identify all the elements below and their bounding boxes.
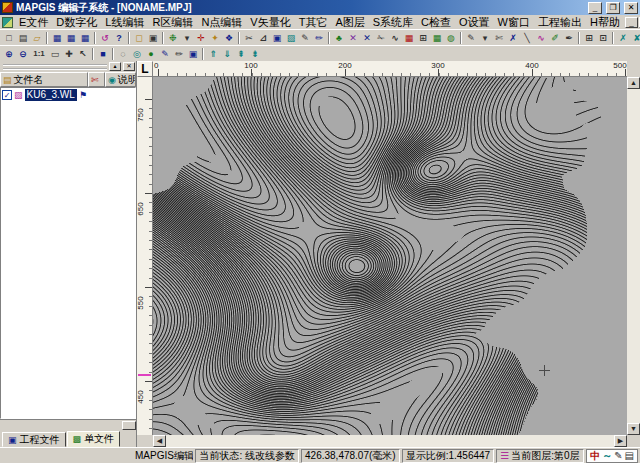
curve-2-button[interactable]: ∿ <box>534 31 548 45</box>
grid-a-button[interactable]: ⊞ <box>582 31 596 45</box>
horizontal-scrollbar[interactable]: ◀ ▶ <box>153 435 627 447</box>
menu-point-edit[interactable]: N点编辑 <box>197 15 246 30</box>
grid-green-button[interactable]: ▦ <box>430 31 444 45</box>
node-edit-button[interactable]: ✛ <box>194 31 208 45</box>
vectorize-mode-button[interactable]: ▣ <box>186 47 200 61</box>
smooth-line-button[interactable]: ∿ <box>388 31 402 45</box>
ime-pen-icon[interactable]: ✎ <box>614 450 622 461</box>
area-fill-button[interactable]: ✦ <box>208 31 222 45</box>
line-up-button[interactable]: ⇑ <box>206 47 220 61</box>
grid-b-button[interactable]: ⊡ <box>596 31 610 45</box>
new-page-button[interactable]: ▤ <box>16 31 30 45</box>
cut-button[interactable]: ✂ <box>242 31 256 45</box>
print-button[interactable]: ▣ <box>146 31 160 45</box>
scroll-left-button[interactable]: ◀ <box>153 435 166 447</box>
pen-dark-button[interactable]: ✒ <box>562 31 576 45</box>
paste-button[interactable]: ▣ <box>270 31 284 45</box>
grid-red-button[interactable]: ▦ <box>402 31 416 45</box>
tab-project-files[interactable]: ▣ 工程文件 <box>2 432 66 447</box>
ime-shape-icon[interactable]: ～ <box>602 449 612 463</box>
menu-project-output[interactable]: 工程输出 <box>534 15 586 30</box>
delete-x1-button[interactable]: ✗ <box>616 31 630 45</box>
zoom-1-1-button[interactable]: 1:1 <box>30 47 48 61</box>
column-description[interactable]: ◉ 说明 <box>105 72 136 87</box>
panel-grip[interactable]: ▴ ✕ <box>0 61 136 72</box>
open-button[interactable]: ▱ <box>30 31 44 45</box>
image-button[interactable]: ▨ <box>284 31 298 45</box>
help-pointer-button[interactable]: ? <box>112 31 126 45</box>
ime-language-icon[interactable]: 中 <box>590 449 600 463</box>
restore-button[interactable]: ❐ <box>606 2 620 14</box>
ime-bar[interactable]: 中 ～ ✎ ▤ <box>586 449 638 463</box>
panel-close-button[interactable]: ✕ <box>123 62 135 71</box>
line-bottom-button[interactable]: ⇟ <box>248 47 262 61</box>
file-name[interactable]: KU6_3.WL <box>25 89 77 101</box>
split-line-button[interactable]: ╲ <box>520 31 534 45</box>
vertical-scrollbar[interactable]: ▲ ▼ <box>627 77 640 435</box>
delete-node-button[interactable]: ✕ <box>360 31 374 45</box>
scroll-up-button[interactable]: ▲ <box>627 77 640 89</box>
slant-text-button[interactable]: ⊿ <box>256 31 270 45</box>
select-button[interactable]: ↖ <box>76 47 90 61</box>
ruler-corner-button[interactable]: L <box>137 61 153 77</box>
file-row[interactable]: ✓ ▨ KU6_3.WL ⚑ <box>1 88 135 102</box>
snip-button[interactable]: ✄ <box>492 31 506 45</box>
menu-window[interactable]: W窗口 <box>494 15 534 30</box>
print-preview-button[interactable]: ◻ <box>132 31 146 45</box>
menu-check[interactable]: C检查 <box>417 15 455 30</box>
pan-button[interactable]: ✚ <box>62 47 76 61</box>
new-button[interactable]: □ <box>2 31 16 45</box>
point-tool-button[interactable]: ❉ <box>166 31 180 45</box>
document-icon[interactable] <box>2 17 13 28</box>
grid-pen-button[interactable]: ⊞ <box>416 31 430 45</box>
vectorize-open-button[interactable]: ◌ <box>116 47 130 61</box>
menu-digitize[interactable]: D数字化 <box>52 15 101 30</box>
panel-scrollbar[interactable] <box>0 419 136 430</box>
symbol-button[interactable]: ❖ <box>222 31 236 45</box>
column-edit-flag[interactable]: ✄ <box>88 72 105 87</box>
pen-drop-button[interactable]: ✎ <box>464 31 478 45</box>
visibility-checkbox[interactable]: ✓ <box>2 90 12 100</box>
panel-scroll-thumb[interactable] <box>122 421 136 430</box>
delete-2-button[interactable]: ✗ <box>506 31 520 45</box>
undo-button[interactable]: ↺ <box>98 31 112 45</box>
scroll-right-button[interactable]: ▶ <box>614 435 627 447</box>
pen-edit-button[interactable]: ✎ <box>298 31 312 45</box>
clip-line-button[interactable]: ✁ <box>374 31 388 45</box>
input-line-button[interactable]: ♣ <box>332 31 346 45</box>
zoom-in-button[interactable]: ⊕ <box>2 47 16 61</box>
dropdown-2-icon[interactable]: ▾ <box>478 31 492 45</box>
menu-vectorize[interactable]: V矢量化 <box>246 15 294 30</box>
zoom-window-button[interactable]: ▭ <box>48 47 62 61</box>
pen-green-button[interactable]: ✐ <box>548 31 562 45</box>
close-button[interactable]: ✕ <box>624 2 638 14</box>
vectorize-run-button[interactable]: ● <box>144 47 158 61</box>
file-list[interactable]: ✓ ▨ KU6_3.WL ⚑ <box>0 87 136 419</box>
menu-file[interactable]: E文件 <box>15 15 52 30</box>
line-top-button[interactable]: ⇞ <box>234 47 248 61</box>
menu-settings[interactable]: O设置 <box>455 15 494 30</box>
mdi-minimize-button[interactable]: _ <box>625 17 638 28</box>
delete-x2-button[interactable]: ✘ <box>630 31 640 45</box>
scroll-down-button[interactable]: ▼ <box>627 423 640 435</box>
save-all-button[interactable]: ▦ <box>78 31 92 45</box>
menu-system-lib[interactable]: S系统库 <box>369 15 417 30</box>
menu-help[interactable]: H帮助 <box>586 15 624 30</box>
tab-single-file[interactable]: ▩ 单文件 <box>67 431 121 447</box>
menu-layer[interactable]: A图层 <box>331 15 368 30</box>
menu-line-edit[interactable]: L线编辑 <box>101 15 148 30</box>
pen-edit-2-button[interactable]: ✏ <box>312 31 326 45</box>
line-down-button[interactable]: ⇓ <box>220 47 234 61</box>
minimize-button[interactable]: _ <box>588 2 602 14</box>
panel-minimize-button[interactable]: ▴ <box>109 62 121 71</box>
zoom-out-button[interactable]: ⊖ <box>16 47 30 61</box>
save-as-button[interactable]: ▦ <box>64 31 78 45</box>
full-extent-button[interactable]: ■ <box>96 47 110 61</box>
column-filename[interactable]: ▤ 文件名 <box>0 72 88 87</box>
menu-other[interactable]: T其它 <box>295 15 332 30</box>
dropdown-icon[interactable]: ▾ <box>180 31 194 45</box>
delete-line-button[interactable]: ✕ <box>346 31 360 45</box>
map-canvas[interactable] <box>153 77 627 435</box>
menu-area-edit[interactable]: R区编辑 <box>148 15 197 30</box>
vectorize-edit-button[interactable]: ✎ <box>158 47 172 61</box>
